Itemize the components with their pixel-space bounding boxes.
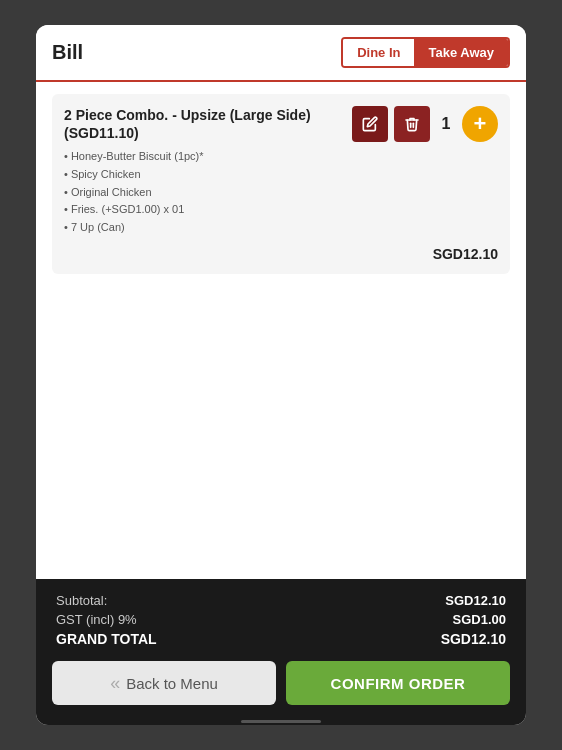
grand-total-row: GRAND TOTAL SGD12.10 — [56, 631, 506, 647]
bottom-bar — [36, 717, 526, 725]
page-title: Bill — [52, 41, 83, 64]
action-buttons: « Back to Menu CONFIRM ORDER — [36, 661, 526, 717]
order-item-price: SGD12.10 — [64, 246, 498, 262]
gst-label: GST (incl) 9% — [56, 612, 137, 627]
quantity-display: 1 — [436, 115, 456, 133]
order-item-name: 2 Piece Combo. - Upsize (Large Side) (SG… — [64, 106, 342, 142]
gst-row: GST (incl) 9% SGD1.00 — [56, 612, 506, 627]
footer-summary: Subtotal: SGD12.10 GST (incl) 9% SGD1.00… — [36, 579, 526, 661]
detail-line-5: • 7 Up (Can) — [64, 219, 342, 237]
bottom-indicator — [241, 720, 321, 723]
back-to-menu-button[interactable]: « Back to Menu — [52, 661, 276, 705]
subtotal-row: Subtotal: SGD12.10 — [56, 593, 506, 608]
back-chevrons-icon: « — [110, 673, 120, 694]
order-item-details: • Honey-Butter Biscuit (1pc)* • Spicy Ch… — [64, 148, 342, 236]
back-button-label: Back to Menu — [126, 675, 218, 692]
dine-in-tab[interactable]: Dine In — [343, 39, 414, 66]
add-quantity-button[interactable]: + — [462, 106, 498, 142]
order-item-card: 2 Piece Combo. - Upsize (Large Side) (SG… — [52, 94, 510, 274]
phone-container: Bill Dine In Take Away 2 Piece Combo. - … — [36, 25, 526, 725]
subtotal-label: Subtotal: — [56, 593, 107, 608]
order-item-top: 2 Piece Combo. - Upsize (Large Side) (SG… — [64, 106, 498, 236]
header: Bill Dine In Take Away — [36, 25, 526, 82]
grand-total-label: GRAND TOTAL — [56, 631, 157, 647]
order-content: 2 Piece Combo. - Upsize (Large Side) (SG… — [36, 82, 526, 579]
order-item-controls: 1 + — [352, 106, 498, 142]
order-item-info: 2 Piece Combo. - Upsize (Large Side) (SG… — [64, 106, 342, 236]
edit-button[interactable] — [352, 106, 388, 142]
subtotal-value: SGD12.10 — [445, 593, 506, 608]
grand-total-value: SGD12.10 — [441, 631, 506, 647]
order-type-tabs: Dine In Take Away — [341, 37, 510, 68]
detail-line-1: • Honey-Butter Biscuit (1pc)* — [64, 148, 342, 166]
confirm-order-button[interactable]: CONFIRM ORDER — [286, 661, 510, 705]
gst-value: SGD1.00 — [453, 612, 506, 627]
take-away-tab[interactable]: Take Away — [414, 39, 508, 66]
detail-line-3: • Original Chicken — [64, 184, 342, 202]
delete-button[interactable] — [394, 106, 430, 142]
detail-line-4: • Fries. (+SGD1.00) x 01 — [64, 201, 342, 219]
detail-line-2: • Spicy Chicken — [64, 166, 342, 184]
